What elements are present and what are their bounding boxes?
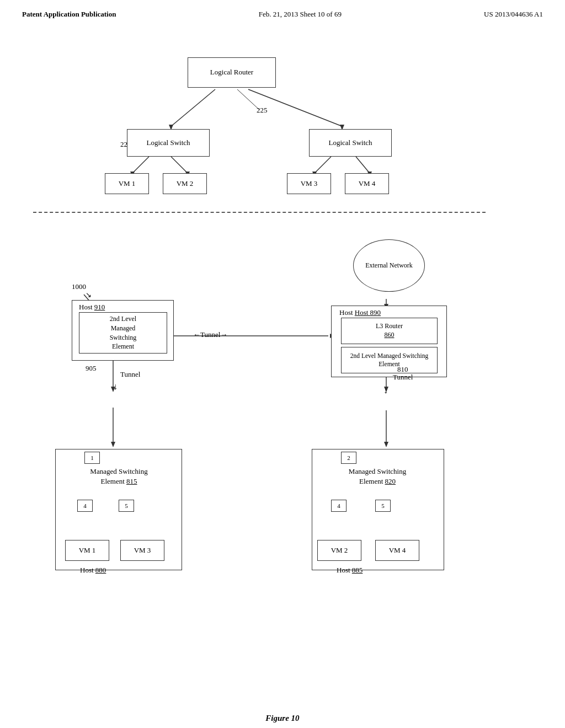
port-5b-box: 5 [375,500,391,512]
arrow-1000: ↘ [86,291,92,299]
label-225: 225 [257,106,268,115]
logical-switch-right: Logical Switch [309,129,392,157]
host-910-label: Host 910 [79,303,105,312]
port-4a-box: 4 [77,500,93,512]
svg-line-11 [356,157,370,173]
svg-line-7 [171,157,188,173]
header-right: US 2013/044636 A1 [484,10,543,19]
vm3-box: VM 3 [287,173,331,194]
diagram-area: Logical Router 220 225 230 Logical Switc… [0,24,565,708]
label-905: 905 [86,364,97,373]
logical-switch-left: Logical Switch [127,129,210,157]
mse-820-label: Managed SwitchingElement 820 [317,467,438,486]
host-885-label: Host 885 [337,566,363,575]
tunnel-horizontal-label: ←Tunnel→ [193,330,227,339]
arrow-down-810: ↓ [383,386,388,395]
arrow-down-905: ↓ [113,382,118,392]
label-1000: 1000 [72,282,86,291]
vm4-b-box: VM 4 [375,540,419,561]
svg-line-4 [237,89,259,110]
port-1-box: 1 [84,452,100,464]
port-2-box: 2 [341,452,356,464]
svg-line-5 [132,157,149,173]
dashed-separator [33,212,486,213]
svg-line-0 [171,89,215,126]
vm1-b-box: VM 1 [65,540,109,561]
2nd-level-mse-right: 2nd Level Managed Switching Element [341,347,438,373]
vm3-b-box: VM 3 [120,540,164,561]
page-header: Patent Application Publication Feb. 21, … [0,0,565,19]
svg-line-9 [315,157,331,173]
2nd-level-mse-left: 2nd LevelManagedSwitchingElement [79,312,167,354]
header-left: Patent Application Publication [22,10,116,19]
header-center: Feb. 21, 2013 Sheet 10 of 69 [259,10,342,19]
mse-815-label: Managed SwitchingElement 815 [65,467,173,486]
host-890-label: Host Host 890 [339,308,381,317]
diagram-svg [0,24,565,708]
host-880-label: Host 880 [80,566,106,575]
external-network-box: External Network [353,239,425,292]
port-5a-box: 5 [119,500,134,512]
vm1-box: VM 1 [105,173,149,194]
svg-marker-24 [384,442,388,447]
vm4-box: VM 4 [345,173,389,194]
tunnel-810-label: Tunnel [393,373,413,382]
vm2-box: VM 2 [163,173,207,194]
port-4b-box: 4 [331,500,347,512]
svg-marker-26 [111,442,115,447]
figure-caption: Figure 10 [0,714,565,723]
host-890-number: Host 890 [355,308,381,317]
vm2-b-box: VM 2 [317,540,361,561]
l3-router-box: L3 Router860 [341,318,438,344]
tunnel-905-label: Tunnel [120,370,140,379]
logical-router-box: Logical Router [188,57,276,88]
logical-router-label: Logical Router [210,67,253,77]
